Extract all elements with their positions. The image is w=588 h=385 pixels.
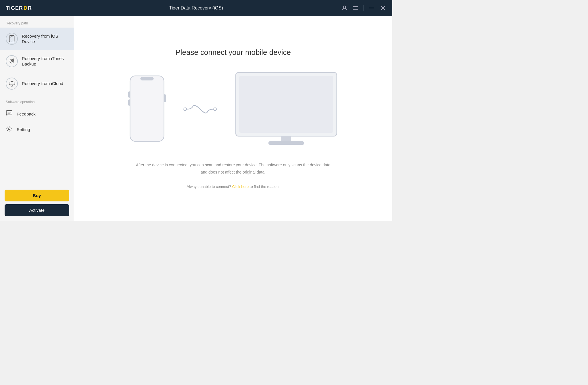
icloud-label: Recovery from iCloud — [22, 81, 63, 86]
menu-icon[interactable] — [352, 5, 359, 11]
user-icon[interactable] — [341, 5, 348, 11]
sidebar: Recovery path Recovery from iOS Device — [0, 16, 74, 221]
sidebar-item-ios-device[interactable]: Recovery from iOS Device — [0, 28, 74, 50]
svg-rect-24 — [164, 94, 166, 102]
svg-point-0 — [343, 6, 345, 8]
svg-point-9 — [11, 41, 12, 41]
svg-point-11 — [11, 60, 12, 62]
svg-rect-22 — [128, 91, 130, 98]
svg-rect-15 — [6, 111, 12, 115]
tip-suffix: to find the reason. — [250, 184, 280, 189]
svg-rect-20 — [130, 76, 164, 141]
sidebar-item-setting[interactable]: Setting — [0, 122, 74, 137]
svg-rect-21 — [140, 77, 154, 80]
svg-rect-30 — [268, 141, 304, 145]
svg-point-19 — [8, 128, 10, 130]
logo-text-tiger: TIGER — [6, 5, 23, 11]
icloud-icon — [6, 78, 18, 90]
click-here-link[interactable]: Click here — [232, 184, 249, 189]
sidebar-bottom: Buy Activate — [0, 185, 74, 221]
logo: TIGER D R — [6, 5, 32, 11]
sidebar-item-icloud[interactable]: Recovery from iCloud — [0, 72, 74, 95]
sidebar-item-feedback[interactable]: Feedback — [0, 106, 74, 122]
cable-illustration — [183, 101, 217, 118]
app-title: Tiger Data Recovery (iOS) — [169, 5, 223, 11]
titlebar: TIGER D R Tiger Data Recovery (iOS) — [0, 0, 392, 16]
svg-rect-29 — [281, 136, 291, 142]
app-body: Recovery path Recovery from iOS Device — [0, 16, 392, 221]
svg-rect-23 — [128, 99, 130, 106]
feedback-label: Feedback — [17, 111, 36, 116]
titlebar-divider — [363, 5, 363, 11]
main-description: After the device is connected, you can s… — [136, 161, 331, 176]
buy-button[interactable]: Buy — [5, 190, 69, 201]
device-illustration — [128, 71, 338, 147]
section-recovery-label: Recovery path — [0, 16, 74, 28]
logo-d: D — [24, 5, 27, 11]
monitor-illustration — [235, 71, 338, 147]
logo-text-r: R — [28, 5, 32, 11]
tip-prefix: Always unable to connect? — [187, 184, 231, 189]
svg-point-13 — [13, 59, 14, 60]
ios-device-label: Recovery from iOS Device — [22, 33, 68, 45]
main-content: Please connect your mobile device — [74, 16, 392, 221]
svg-rect-28 — [239, 76, 333, 133]
svg-point-25 — [184, 108, 187, 111]
svg-point-14 — [12, 60, 13, 61]
section-software-label: Software operation — [0, 95, 74, 106]
activate-button[interactable]: Activate — [5, 204, 69, 216]
minimize-button[interactable] — [368, 5, 375, 11]
itunes-backup-icon — [6, 55, 18, 67]
phone-illustration — [128, 74, 166, 144]
setting-icon — [6, 126, 13, 133]
main-heading: Please connect your mobile device — [175, 48, 291, 57]
svg-point-26 — [214, 108, 216, 111]
connect-tip: Always unable to connect? Click here to … — [187, 184, 280, 189]
setting-label: Setting — [17, 127, 30, 132]
close-button[interactable] — [380, 5, 386, 11]
titlebar-controls — [341, 5, 386, 11]
itunes-backup-label: Recovery from iTunes Backup — [22, 56, 68, 67]
ios-device-icon — [6, 33, 18, 45]
sidebar-item-itunes-backup[interactable]: Recovery from iTunes Backup — [0, 50, 74, 72]
feedback-icon — [6, 110, 13, 118]
